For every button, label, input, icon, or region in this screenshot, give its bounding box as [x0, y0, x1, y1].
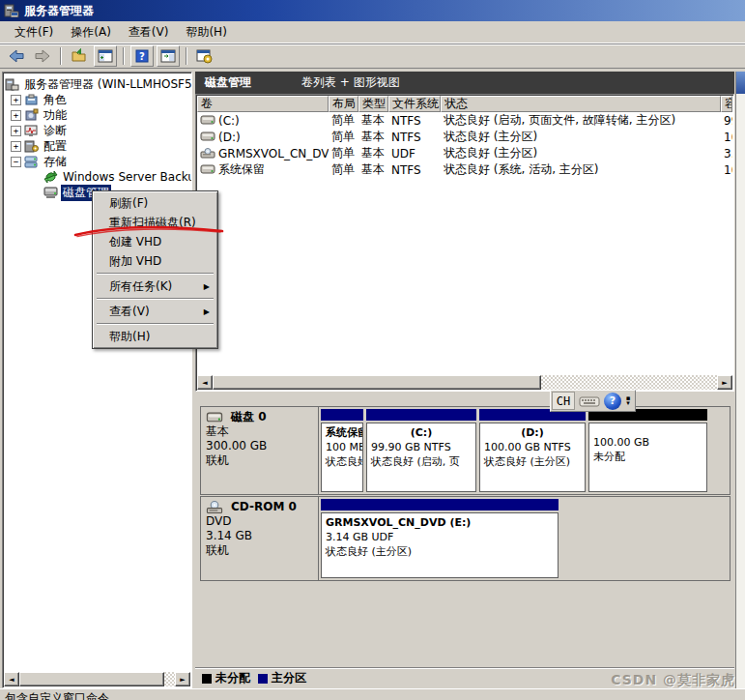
cd-rom-icon [200, 148, 215, 159]
disk-status: 联机 [206, 453, 313, 468]
watermark: CSDN @莫非家虎 [611, 672, 735, 689]
volume-list-horizontal-scrollbar[interactable]: ◄ ► [197, 375, 732, 390]
table-row[interactable]: (C:) 简单 基本 NTFS 状态良好 (启动, 页面文件, 故障转储, 主分… [197, 112, 732, 129]
cell-type: 基本 [358, 161, 388, 178]
ime-options-icon[interactable]: ▪▾ [622, 396, 634, 406]
cell-layout: 简单 [329, 161, 358, 178]
collapse-icon[interactable]: − [11, 157, 21, 167]
ime-language-button[interactable]: CH [552, 392, 575, 410]
folder-icon[interactable] [68, 45, 91, 67]
scroll-track[interactable] [541, 375, 717, 390]
partition-color-bar [321, 499, 559, 510]
menu-item-label: 所有任务(K) [109, 278, 172, 295]
column-filesystem[interactable]: 文件系统 [388, 96, 441, 112]
menu-separator [97, 323, 214, 325]
toolbar-separator [123, 47, 125, 65]
console-tree-icon[interactable] [94, 45, 117, 67]
disk-status: 联机 [206, 543, 313, 558]
column-capacity[interactable]: 容量 [721, 96, 732, 112]
action-pane-header [736, 72, 745, 94]
menu-item-view[interactable]: 查看(V)▶ [95, 302, 215, 321]
table-row[interactable]: (D:) 简单 基本 NTFS 状态良好 (主分区) 100.00 GB [197, 129, 732, 145]
expand-icon[interactable]: + [11, 110, 21, 121]
partition-status: 状态良好 (启动, 页 [371, 454, 472, 469]
tree-item-roles[interactable]: + 角色 [11, 92, 191, 107]
column-type[interactable]: 类型 [358, 96, 388, 112]
window-title: 服务器管理器 [24, 3, 94, 19]
expand-icon[interactable]: + [11, 95, 21, 105]
pane-header: 磁盘管理 卷列表 + 图形视图 [195, 72, 734, 94]
action-pane-icon[interactable] [157, 45, 180, 67]
scroll-left-button[interactable]: ◄ [197, 375, 213, 390]
cell-volume: GRMSXVOL_CN_DVD (E:) [218, 147, 329, 160]
menu-item-rescan-disks[interactable]: 重新扫描磁盘(R) [95, 213, 215, 232]
expand-icon[interactable]: + [11, 126, 21, 136]
menu-item-refresh[interactable]: 刷新(F) [95, 193, 215, 213]
partition-system-reserved[interactable]: 系统保留 100 MB 状态良好 [321, 409, 363, 492]
table-row[interactable]: GRMSXVOL_CN_DVD (E:) 简单 基本 UDF 状态良好 (主分区… [197, 145, 732, 161]
tree-item-label: Windows Server Backup [61, 170, 192, 184]
server-icon [5, 77, 19, 91]
menu-item-help[interactable]: 帮助(H) [95, 327, 215, 346]
disk-0-info[interactable]: 磁盘 0 基本 300.00 GB 联机 [201, 407, 319, 494]
legend-primary-partition: 主分区 [258, 670, 306, 686]
cell-capacity: 100 MB [721, 161, 732, 178]
menu-help[interactable]: 帮助(H) [177, 22, 235, 43]
column-status[interactable]: 状态 [441, 96, 721, 112]
menu-file[interactable]: 文件(F) [6, 22, 62, 43]
menu-item-create-vhd[interactable]: 创建 VHD [95, 232, 215, 251]
scroll-thumb[interactable] [213, 375, 541, 390]
column-volume[interactable]: 卷 [197, 96, 329, 112]
ime-help-icon[interactable]: ? [604, 393, 621, 410]
cdrom-0-info[interactable]: CD-ROM 0 DVD 3.14 GB 联机 [201, 497, 319, 580]
tree-horizontal-scrollbar[interactable]: ◄ ► [4, 672, 190, 686]
console-tree-panel: 服务器管理器 (WIN-LLMHOSF573 + 角色 + 功能 + [2, 72, 192, 688]
disk-type: 基本 [206, 424, 313, 439]
forward-icon[interactable] [31, 45, 54, 67]
partition-status: 状态良好 [326, 454, 358, 469]
tree-item-label: 诊断 [42, 123, 69, 139]
partition-d[interactable]: (D:) 100.00 GB NTFS 状态良好 (主分区) [479, 409, 586, 492]
title-bar[interactable]: 服务器管理器 [0, 0, 745, 21]
cdrom-0-row: CD-ROM 0 DVD 3.14 GB 联机 GRMSXVOL_CN_DVD … [200, 496, 731, 581]
menu-action[interactable]: 操作(A) [62, 22, 120, 43]
tree-item-windows-server-backup[interactable]: Windows Server Backup [43, 169, 191, 185]
pane-view-mode: 卷列表 + 图形视图 [301, 74, 400, 91]
keyboard-icon[interactable] [576, 392, 603, 410]
disk-name: CD-ROM 0 [231, 500, 297, 514]
roles-icon [24, 93, 39, 106]
submenu-arrow-icon: ▶ [204, 282, 210, 291]
tree-item-label: 角色 [42, 92, 69, 108]
expand-icon[interactable]: + [11, 141, 21, 152]
table-row[interactable]: 系统保留 简单 基本 NTFS 状态良好 (系统, 活动, 主分区) 100 M… [197, 161, 732, 178]
partition-e-dvd[interactable]: GRMSXVOL_CN_DVD (E:) 3.14 GB UDF 状态良好 (主… [321, 499, 559, 578]
tree-item-diagnostics[interactable]: + 诊断 [11, 123, 191, 138]
scroll-thumb[interactable] [19, 672, 164, 686]
menu-bar: 文件(F) 操作(A) 查看(V) 帮助(H) [0, 21, 745, 44]
back-icon[interactable] [5, 45, 28, 67]
tree-item-features[interactable]: + 功能 [11, 107, 191, 123]
scroll-right-button[interactable]: ► [717, 375, 732, 390]
partition-unallocated[interactable]: 100.00 GB 未分配 [588, 409, 707, 492]
scroll-left-button[interactable]: ◄ [4, 672, 19, 686]
scroll-right-button[interactable]: ► [175, 672, 190, 686]
column-layout[interactable]: 布局 [329, 96, 358, 112]
cdrom-0-partitions: GRMSXVOL_CN_DVD (E:) 3.14 GB UDF 状态良好 (主… [319, 497, 730, 580]
partition-c[interactable]: (C:) 99.90 GB NTFS 状态良好 (启动, 页 [366, 409, 476, 492]
scroll-track[interactable] [164, 672, 175, 686]
cell-status: 状态良好 (主分区) [441, 129, 721, 145]
tree-item-storage[interactable]: − 存储 [11, 154, 191, 169]
tree-item-server-manager[interactable]: 服务器管理器 (WIN-LLMHOSF573 [5, 76, 191, 92]
pane-title: 磁盘管理 [205, 74, 251, 91]
collapsed-action-pane[interactable] [735, 72, 745, 688]
menu-view[interactable]: 查看(V) [120, 22, 178, 43]
menu-item-attach-vhd[interactable]: 附加 VHD [95, 251, 215, 271]
help-icon[interactable]: ? [130, 45, 154, 67]
tree-item-configuration[interactable]: + 配置 [11, 138, 191, 154]
legend-color-unallocated [202, 674, 212, 684]
cell-status: 状态良好 (启动, 页面文件, 故障转储, 主分区) [441, 112, 721, 129]
menu-item-all-tasks[interactable]: 所有任务(K)▶ [95, 277, 215, 296]
cell-volume: 系统保留 [218, 161, 265, 178]
cell-capacity: 3.14 GB [721, 145, 732, 161]
console-gear-icon[interactable] [193, 45, 216, 67]
